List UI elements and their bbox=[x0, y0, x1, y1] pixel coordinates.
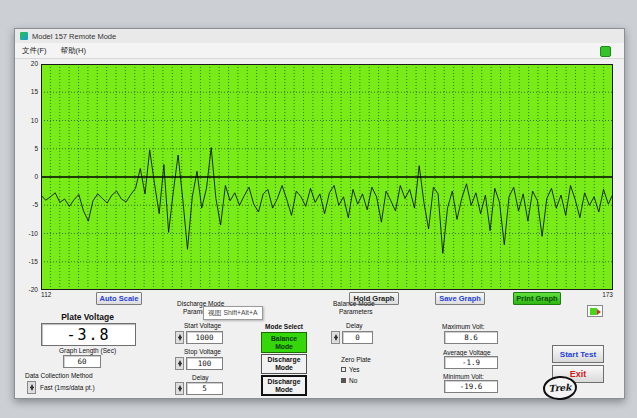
zero-plate-yes-label[interactable]: Yes bbox=[349, 366, 360, 373]
waveform-chart bbox=[41, 64, 613, 290]
discharge-delay-label: Delay bbox=[192, 374, 209, 381]
balance-delay-spinner[interactable] bbox=[331, 331, 340, 344]
app-icon bbox=[20, 32, 28, 40]
discharge-mode-button[interactable]: Discharge Mode bbox=[261, 354, 307, 374]
avg-volt-value: -1.9 bbox=[444, 356, 498, 369]
avg-volt-label: Average Voltage bbox=[443, 349, 498, 356]
y-tick-label: -20 bbox=[16, 286, 38, 293]
start-test-button[interactable]: Start Test bbox=[552, 345, 604, 363]
balance-mode-button[interactable]: Balance Mode bbox=[261, 332, 307, 353]
y-tick-label: 0 bbox=[16, 173, 38, 180]
y-tick-label: 15 bbox=[16, 88, 38, 95]
data-collection-label: Data Collection Method bbox=[25, 372, 93, 379]
screenshot-tooltip: 视图 Shift+Alt+A bbox=[203, 306, 263, 320]
stop-voltage-spinner[interactable] bbox=[175, 357, 184, 370]
start-voltage-spinner[interactable] bbox=[175, 331, 184, 344]
balance-title-line2: Parameters bbox=[339, 308, 373, 315]
y-tick-label: -15 bbox=[16, 258, 38, 265]
balance-delay-label: Delay bbox=[346, 322, 363, 329]
graph-length-field[interactable]: 60 bbox=[63, 355, 101, 368]
y-tick-label: 10 bbox=[16, 117, 38, 124]
plate-voltage-display: -3.8 bbox=[41, 323, 136, 346]
plate-voltage-label: Plate Voltage bbox=[41, 312, 134, 322]
start-voltage-label: Start Voltage bbox=[184, 322, 221, 329]
desktop: Model 157 Remote Mode 文件(F) 帮助(H) 201510… bbox=[0, 0, 637, 418]
auto-scale-button[interactable]: Auto Scale bbox=[96, 292, 142, 305]
menu-bar: 文件(F) 帮助(H) bbox=[15, 43, 624, 59]
balance-delay-field[interactable]: 0 bbox=[342, 331, 373, 344]
discharge-delay-spinner[interactable] bbox=[175, 382, 184, 395]
data-collection-value[interactable]: Fast (1ms/data pt.) bbox=[40, 384, 95, 391]
discharge-delay-field[interactable]: 5 bbox=[186, 382, 223, 395]
trek-logo: Trek bbox=[542, 375, 578, 401]
start-voltage-field[interactable]: 1000 bbox=[186, 331, 223, 344]
stop-voltage-field[interactable]: 100 bbox=[186, 357, 223, 370]
x-axis-min-label: 112 bbox=[41, 291, 51, 298]
mode-select-label: Mode Select bbox=[261, 323, 307, 330]
y-tick-label: 5 bbox=[16, 145, 38, 152]
max-volt-value: 8.6 bbox=[444, 331, 498, 344]
data-collection-spinner[interactable] bbox=[27, 381, 36, 394]
graph-tools-icon[interactable] bbox=[587, 305, 603, 317]
stop-voltage-label: Stop Voltage bbox=[184, 348, 221, 355]
y-tick-label: -5 bbox=[16, 201, 38, 208]
zero-plate-label: Zero Plate bbox=[341, 356, 371, 363]
graph-length-label: Graph Length (Sec) bbox=[41, 347, 134, 354]
menu-file[interactable]: 文件(F) bbox=[15, 43, 54, 58]
app-window: Model 157 Remote Mode 文件(F) 帮助(H) 201510… bbox=[14, 28, 625, 399]
y-tick-label: -10 bbox=[16, 230, 38, 237]
balance-title-line1: Balance Mode bbox=[333, 300, 375, 307]
zero-plate-no-marker[interactable] bbox=[341, 378, 346, 383]
save-graph-button[interactable]: Save Graph bbox=[435, 292, 485, 305]
max-volt-label: Maximum Volt: bbox=[442, 323, 498, 330]
min-volt-label: Minimum Volt: bbox=[443, 373, 498, 380]
discharge-mode-button-2[interactable]: Discharge Mode bbox=[261, 375, 307, 396]
menu-green-icon[interactable] bbox=[600, 46, 611, 57]
graph-tools-arrow-icon bbox=[597, 309, 601, 315]
graph-tools-green bbox=[590, 308, 597, 315]
window-title: Model 157 Remote Mode bbox=[32, 32, 116, 41]
print-graph-button[interactable]: Print Graph bbox=[513, 292, 561, 305]
y-tick-label: 20 bbox=[16, 60, 38, 67]
x-axis-max-label: 173 bbox=[591, 291, 613, 298]
menu-help[interactable]: 帮助(H) bbox=[54, 43, 93, 58]
title-bar[interactable]: Model 157 Remote Mode bbox=[15, 29, 624, 44]
zero-plate-yes-marker[interactable] bbox=[341, 367, 346, 372]
zero-plate-no-label[interactable]: No bbox=[349, 377, 357, 384]
min-volt-value: -19.6 bbox=[444, 380, 498, 393]
